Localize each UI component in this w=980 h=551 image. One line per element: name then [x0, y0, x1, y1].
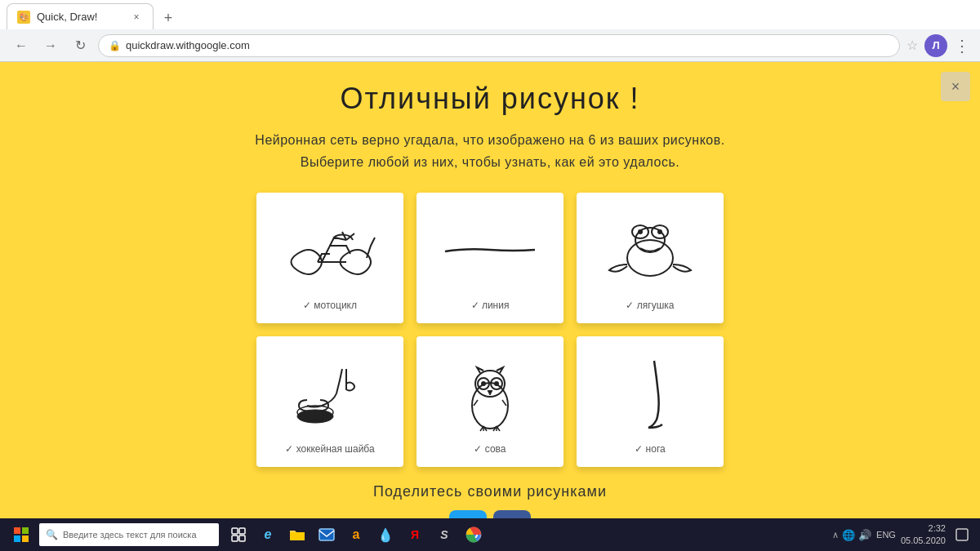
mail-icon[interactable]: [314, 522, 340, 548]
yandex-icon[interactable]: Я: [402, 522, 428, 548]
subtitle-line1: Нейронная сеть верно угадала, что изобра…: [0, 129, 980, 151]
task-view-icon[interactable]: [225, 522, 252, 548]
lang-display: ENG: [876, 530, 896, 540]
drawing-label-owl: ✓ сова: [474, 443, 506, 455]
drawing-card-owl[interactable]: ✓ сова: [416, 336, 564, 467]
amazon-icon[interactable]: a: [343, 522, 369, 548]
bookmark-button[interactable]: ☆: [906, 38, 918, 53]
social-buttons: [0, 510, 980, 518]
svg-rect-18: [232, 528, 238, 534]
svg-point-0: [627, 240, 673, 276]
url-bar[interactable]: 🔒 quickdraw.withgoogle.com: [98, 34, 900, 57]
twitter-button[interactable]: [449, 510, 487, 518]
edge-icon[interactable]: e: [255, 522, 281, 548]
subtitle-line2: Выберите любой из них, чтобы узнать, как…: [0, 151, 980, 173]
close-button[interactable]: ×: [941, 72, 970, 101]
tab-bar: 🎨 Quick, Draw! × +: [0, 0, 980, 29]
drawing-card-motorcycle[interactable]: ✓ мотоцикл: [256, 193, 403, 323]
svg-rect-16: [14, 535, 20, 542]
drawing-card-leg[interactable]: ✓ нога: [577, 336, 724, 467]
taskbar-right: ∧ 🌐 🔊 ENG 2:32 05.05.2020: [832, 522, 973, 548]
lang-label: ENG: [876, 530, 896, 540]
drawing-card-line[interactable]: ✓ линия: [416, 193, 564, 323]
profile-button[interactable]: Л: [924, 34, 947, 57]
drawing-label-line: ✓ линия: [471, 300, 510, 311]
tab-close-button[interactable]: ×: [130, 11, 143, 24]
svg-point-5: [657, 229, 662, 234]
taskbar-search[interactable]: 🔍 Введите здесь текст для поиска: [39, 523, 219, 546]
search-icon: 🔍: [46, 529, 58, 540]
new-tab-button[interactable]: +: [157, 7, 180, 29]
drawing-label-hockey: ✓ хоккейная шайба: [285, 443, 374, 455]
active-tab[interactable]: 🎨 Quick, Draw! ×: [7, 3, 154, 29]
svg-rect-14: [14, 527, 20, 534]
network-icon: 🌐: [842, 529, 855, 541]
menu-button[interactable]: ⋮: [954, 36, 970, 56]
chrome-icon[interactable]: [461, 522, 487, 548]
app-icon[interactable]: S: [431, 522, 457, 548]
notification-button[interactable]: [951, 523, 973, 546]
refresh-button[interactable]: ↻: [69, 34, 91, 57]
share-text: Поделитесь своими рисунками: [0, 483, 980, 500]
svg-rect-15: [22, 527, 29, 534]
drawings-grid: ✓ мотоцикл ✓ линия: [253, 193, 727, 467]
svg-point-13: [494, 381, 499, 386]
svg-rect-19: [239, 528, 245, 534]
page-content: × Отличный рисунок ! Нейронная сеть верн…: [0, 62, 980, 518]
search-placeholder: Введите здесь текст для поиска: [63, 530, 197, 540]
drawing-label-motorcycle: ✓ мотоцикл: [303, 300, 357, 311]
url-text: quickdraw.withgoogle.com: [126, 39, 250, 51]
back-button[interactable]: ←: [10, 34, 33, 57]
tab-favicon: 🎨: [17, 11, 30, 24]
svg-point-12: [481, 381, 486, 386]
drawing-canvas-leg: [593, 349, 707, 438]
sound-icon: 🔊: [858, 529, 871, 541]
drawing-label-leg: ✓ нога: [635, 443, 665, 455]
svg-rect-21: [239, 535, 245, 541]
svg-rect-20: [232, 535, 238, 541]
drawing-card-frog[interactable]: ✓ лягушка: [577, 193, 724, 323]
drawing-canvas-owl: [433, 349, 547, 438]
svg-rect-22: [319, 529, 334, 540]
drawing-canvas-motorcycle: [273, 205, 387, 295]
drawing-label-frog: ✓ лягушка: [626, 300, 674, 311]
drawing-card-hockey[interactable]: ✓ хоккейная шайба: [256, 336, 403, 467]
clock-date: 05.05.2020: [901, 535, 946, 547]
svg-rect-17: [22, 535, 29, 542]
page-title: Отличный рисунок !: [0, 82, 980, 116]
address-bar: ← → ↻ 🔒 quickdraw.withgoogle.com ☆ Л ⋮: [0, 29, 980, 62]
tray-expand[interactable]: ∧: [832, 530, 839, 540]
dropbox-icon[interactable]: 💧: [372, 522, 399, 548]
taskbar-icons: e a 💧 Я S: [225, 522, 487, 548]
lock-icon: 🔒: [109, 40, 121, 51]
drawing-canvas-frog: [593, 205, 707, 295]
taskbar: 🔍 Введите здесь текст для поиска e a: [0, 518, 980, 551]
drawing-canvas-hockey: [273, 349, 387, 438]
facebook-button[interactable]: [493, 510, 531, 518]
browser-chrome: 🎨 Quick, Draw! × + ← → ↻ 🔒 quickdraw.wit…: [0, 0, 980, 62]
forward-button[interactable]: →: [39, 34, 62, 57]
start-button[interactable]: [7, 520, 36, 549]
system-tray: ∧ 🌐 🔊: [832, 529, 871, 541]
clock-time: 2:32: [901, 522, 946, 535]
clock: 2:32 05.05.2020: [901, 522, 946, 548]
subtitle: Нейронная сеть верно угадала, что изобра…: [0, 129, 980, 173]
tab-title: Quick, Draw!: [37, 11, 123, 23]
explorer-icon[interactable]: [284, 522, 310, 548]
svg-point-4: [638, 229, 643, 234]
svg-rect-26: [956, 529, 968, 540]
drawing-canvas-line: [433, 205, 547, 295]
